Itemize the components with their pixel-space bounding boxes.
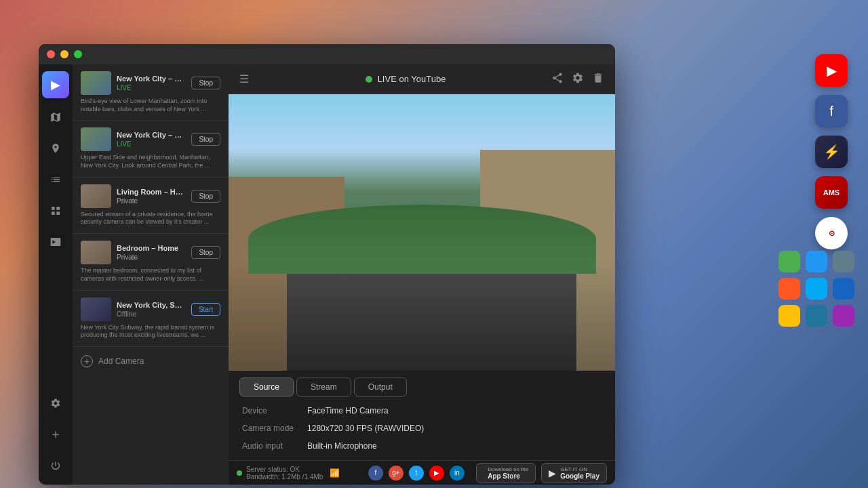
camera-name-2: Living Room – Home [117,188,186,196]
twitter-social-icon[interactable]: t [409,466,424,481]
video-preview [229,94,615,371]
app-window: ▶ [39,44,615,485]
app-store-sub: Download on the [488,466,528,472]
linkedin-social-icon[interactable]: in [450,466,465,481]
bottom-section: SourceStreamOutput Device FaceTime HD Ca… [229,371,615,460]
google-play-sub: GET IT ON [560,466,599,472]
google-plus-social-icon[interactable]: g+ [389,466,403,481]
dock-small-icon-5[interactable] [833,278,854,300]
sidebar-item-list[interactable] [43,167,68,192]
dock-small-icon-2[interactable] [833,251,854,272]
sidebar-item-video[interactable] [43,230,68,254]
dock-small-icon-8[interactable] [833,305,854,327]
camera-btn-1[interactable]: Stop [191,133,220,146]
app-store-button[interactable]: Download on the App Store [476,463,536,483]
dock-small-icon-6[interactable] [778,305,800,327]
camera-btn-2[interactable]: Stop [191,190,220,203]
traffic-light-green[interactable] [74,50,82,58]
social-icons: fg+t▶in [357,466,477,481]
camera-info-2: Living Room – Home Private [117,188,186,205]
camera-name-3: Bedroom – Home [117,244,186,252]
camera-status-1: LIVE [117,140,186,148]
camera-desc-4: New York City Subway, the rapid transit … [81,324,220,340]
camera-thumb-0 [81,71,111,95]
camera-info-3: Bedroom – Home Private [117,244,186,261]
dock-small-icon-0[interactable] [778,251,800,272]
camera-desc-2: Secured stream of a private residence, t… [81,211,220,226]
sidebar-item-grid[interactable] [43,199,68,223]
camera-item-4[interactable]: New York City, Subway Offline Start New … [73,291,229,347]
camera-item-1[interactable]: New York City – UES LIVE Stop Upper East… [73,121,229,177]
camera-mode-label: Camera mode [242,424,294,433]
tab-stream[interactable]: Stream [296,378,351,396]
audio-input-value: Built-in Microphone [307,441,601,451]
top-bar-actions [551,72,604,87]
dock-icon-s5[interactable]: ⊙ [815,217,848,249]
camera-btn-0[interactable]: Stop [191,77,220,89]
camera-status-0: LIVE [117,84,186,92]
sidebar-item-power[interactable] [43,453,68,478]
camera-item-3[interactable]: Bedroom – Home Private Stop The master b… [73,234,229,290]
settings-icon[interactable] [572,72,584,87]
camera-status-4: Offline [117,310,186,318]
sidebar-item-logo[interactable]: ▶ [42,71,69,98]
dock-small-icon-1[interactable] [806,251,827,272]
add-camera-icon: + [81,355,93,367]
sidebar-item-location[interactable] [43,136,68,161]
sidebar-item-settings[interactable] [43,391,68,415]
camera-name-0: New York City – Birds Eye [117,75,186,83]
camera-btn-4[interactable]: Start [191,303,220,316]
traffic-light-red[interactable] [47,50,55,58]
tab-source[interactable]: Source [239,378,294,396]
add-camera-button[interactable]: + Add Camera [73,347,229,375]
dock-icon-thunder[interactable]: ⚡ [815,136,848,168]
camera-status-2: Private [117,197,186,205]
sidebar-icons: ▶ [39,64,73,485]
bandwidth-icon: 📶 [330,468,340,478]
live-status-text: LIVE on YouTube [378,74,446,84]
camera-thumb-img-0 [81,71,111,95]
server-status: Server status: OK Bandwidth: 1.2Mb /1.4M… [237,466,357,481]
camera-thumb-4 [81,298,111,321]
camera-item-0[interactable]: New York City – Birds Eye LIVE Stop Bird… [73,64,229,121]
camera-thumb-img-3 [81,241,111,264]
dock-small-icon-3[interactable] [778,278,800,300]
camera-item-2[interactable]: Living Room – Home Private Stop Secured … [73,178,229,234]
camera-status-3: Private [117,253,186,261]
dock-small-icon-7[interactable] [806,305,827,327]
google-play-button[interactable]: ▶ GET IT ON Google Play [541,463,607,483]
camera-mode-value: 868x488 30 FPS (RAWVIDEO) [307,424,601,433]
camera-btn-3[interactable]: Stop [191,246,220,259]
audio-input-label: Audio input [242,441,294,451]
dock-icon-facebook[interactable]: f [815,95,848,127]
info-grid: Device FaceTime HD Camera Camera mode 12… [229,396,615,460]
camera-thumb-2 [81,184,111,208]
camera-thumb-img-4 [81,298,111,321]
top-bar: ☰ LIVE on YouTube [229,64,615,94]
camera-desc-3: The master bedroom, connected to my list… [81,267,220,283]
camera-info-0: New York City – Birds Eye LIVE [117,75,186,92]
camera-desc-1: Upper East Side and neighborhood, Manhat… [81,154,220,169]
tab-output[interactable]: Output [354,378,407,396]
dock-small-icon-4[interactable] [806,278,827,300]
video-overlay [229,94,615,371]
right-dock-bottom [778,251,854,327]
google-play-name: Google Play [560,472,599,480]
delete-icon[interactable] [592,72,604,87]
device-label: Device [242,406,294,415]
server-status-text: Server status: OK [246,466,323,473]
camera-thumb-3 [81,241,111,264]
app-store-name: App Store [488,472,528,480]
camera-thumb-img-1 [81,127,111,151]
sidebar-item-add[interactable] [43,422,68,447]
dock-icon-youtube[interactable]: ▶ [815,54,848,87]
menu-icon[interactable]: ☰ [239,73,249,85]
traffic-light-yellow[interactable] [60,50,68,58]
camera-name-1: New York City – UES [117,131,186,139]
sidebar-item-map[interactable] [43,105,68,129]
youtube-social-icon[interactable]: ▶ [429,466,444,481]
facebook-social-icon[interactable]: f [368,466,383,481]
share-icon[interactable] [551,72,564,87]
dock-icon-ams[interactable]: AMS [815,176,848,209]
main-view: ☰ LIVE on YouTube [229,64,615,485]
